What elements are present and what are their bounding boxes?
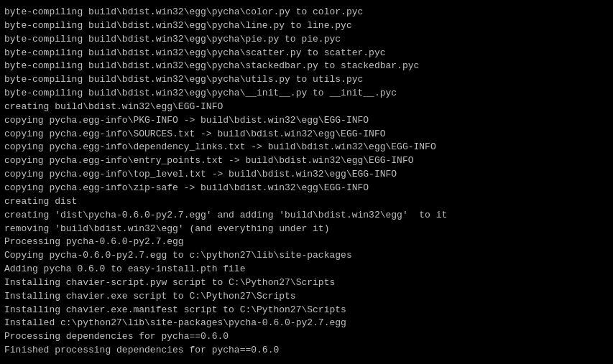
terminal-line: byte-compiling build\bdist.win32\egg\pyc… [4, 73, 609, 87]
terminal-line: copying pycha.egg-info\PKG-INFO -> build… [4, 114, 609, 128]
terminal-line: Installing chavier-script.pyw script to … [4, 276, 609, 290]
terminal-line: copying pycha.egg-info\zip-safe -> build… [4, 182, 609, 195]
terminal-line: creating 'dist\pycha-0.6.0-py2.7.egg' an… [4, 209, 609, 223]
terminal-line: copying pycha.egg-info\SOURCES.txt -> bu… [4, 128, 609, 141]
terminal-line: copying pycha.egg-info\top_level.txt -> … [4, 168, 609, 182]
terminal-window: byte-compiling build\bdist.win32\egg\pyc… [0, 0, 613, 364]
terminal-line: byte-compiling build\bdist.win32\egg\pyc… [4, 19, 609, 33]
terminal-line: Copying pycha-0.6.0-py2.7.egg to c:\pyth… [4, 249, 609, 263]
terminal-line: Adding pycha 0.6.0 to easy-install.pth f… [4, 263, 609, 276]
terminal-line: byte-compiling build\bdist.win32\egg\pyc… [4, 33, 609, 47]
terminal-line: Installing chavier.exe.manifest script t… [4, 304, 609, 317]
terminal-line: Installed c:\python27\lib\site-packages\… [4, 317, 609, 330]
terminal-line: removing 'build\bdist.win32\egg' (and ev… [4, 223, 609, 236]
terminal-line: byte-compiling build\bdist.win32\egg\pyc… [4, 6, 609, 19]
terminal-line: byte-compiling build\bdist.win32\egg\pyc… [4, 87, 609, 101]
terminal-line: Finished processing dependencies for pyc… [4, 344, 609, 358]
terminal-line: Processing pycha-0.6.0-py2.7.egg [4, 235, 609, 249]
terminal-line: Processing dependencies for pycha==0.6.0 [4, 330, 609, 344]
terminal-line: creating dist [4, 195, 609, 209]
terminal-line: Installing chavier.exe script to C:\Pyth… [4, 290, 609, 304]
terminal-line: creating build\bdist.win32\egg\EGG-INFO [4, 101, 609, 114]
terminal-line: byte-compiling build\bdist.win32\egg\pyc… [4, 47, 609, 60]
terminal-line: byte-compiling build\bdist.win32\egg\pyc… [4, 60, 609, 73]
terminal-line: copying pycha.egg-info\entry_points.txt … [4, 154, 609, 168]
terminal-line: copying pycha.egg-info\dependency_links.… [4, 141, 609, 154]
